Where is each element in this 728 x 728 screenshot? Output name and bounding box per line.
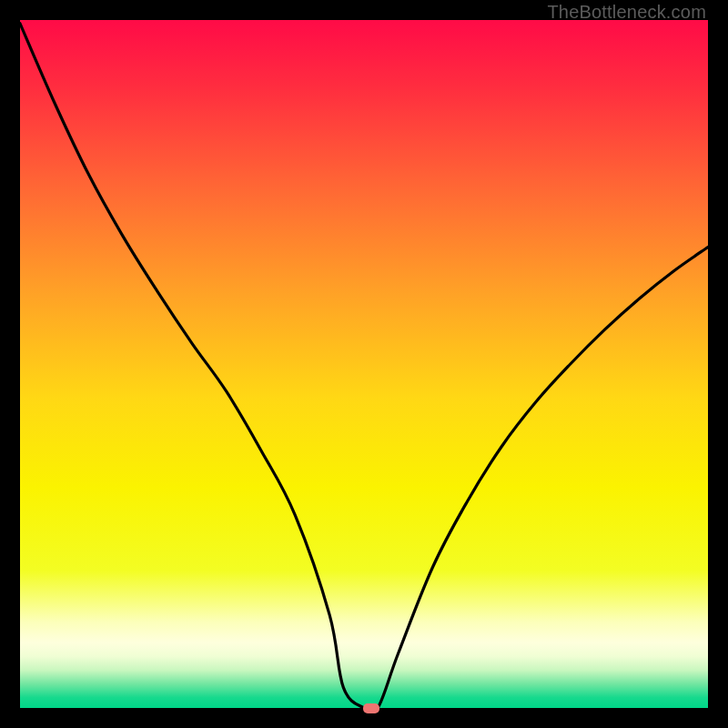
gradient-background (20, 20, 708, 708)
optimum-marker (363, 703, 379, 713)
watermark-text: TheBottleneck.com (547, 2, 706, 23)
bottleneck-plot (20, 20, 708, 708)
chart-frame (20, 20, 708, 708)
